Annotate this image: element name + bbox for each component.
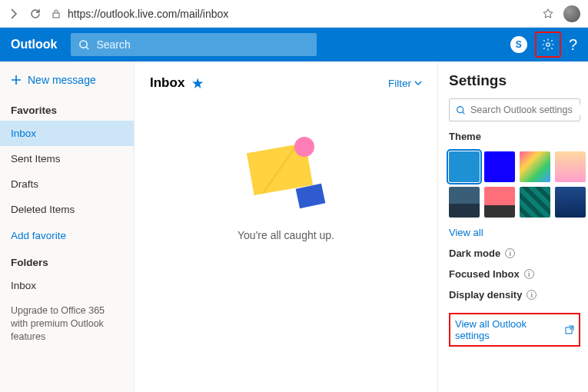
sidebar-folder-inbox[interactable]: Inbox: [0, 273, 134, 298]
profile-avatar[interactable]: [563, 5, 580, 22]
theme-grid: [449, 151, 580, 218]
favorite-star-icon[interactable]: [542, 8, 554, 20]
theme-swatch-3[interactable]: [555, 151, 586, 182]
search-box[interactable]: [71, 33, 317, 56]
theme-swatch-4[interactable]: [449, 187, 480, 218]
favorites-heading: Favorites: [0, 97, 134, 121]
focused-inbox-label: Focused Inbox i: [449, 268, 580, 280]
empty-state: You're all caught up.: [150, 137, 422, 241]
sidebar: New message Favorites Inbox Sent Items D…: [0, 61, 135, 392]
upgrade-promo[interactable]: Upgrade to Office 365 with premium Outlo…: [0, 298, 134, 350]
info-icon[interactable]: i: [527, 290, 537, 300]
theme-heading: Theme: [449, 131, 580, 142]
settings-pane: Settings Theme View all Dark mode i Focu…: [438, 61, 588, 392]
settings-button[interactable]: [535, 32, 561, 58]
display-density-label: Display density i: [449, 289, 580, 301]
settings-title: Settings: [449, 72, 580, 89]
svg-point-1: [80, 40, 87, 47]
svg-point-2: [546, 43, 550, 47]
theme-swatch-6[interactable]: [520, 187, 550, 218]
search-icon: [456, 105, 466, 115]
settings-search-box[interactable]: [449, 98, 580, 121]
gear-icon: [541, 38, 555, 51]
app-header: Outlook S ?: [0, 28, 588, 61]
sidebar-item-inbox[interactable]: Inbox: [0, 121, 134, 146]
message-list-pane: Inbox ★ Filter You're all caught up.: [135, 61, 438, 392]
search-input[interactable]: [96, 38, 309, 51]
new-message-label: New message: [28, 74, 96, 86]
brand-label: Outlook: [11, 38, 57, 51]
new-message-button[interactable]: New message: [0, 69, 134, 97]
svg-rect-0: [53, 13, 59, 18]
plus-icon: [11, 75, 22, 85]
filter-button[interactable]: Filter: [388, 78, 422, 89]
help-button[interactable]: ?: [569, 36, 577, 54]
popout-icon: [565, 325, 574, 334]
theme-swatch-5[interactable]: [484, 187, 515, 218]
filter-label: Filter: [388, 78, 411, 89]
add-favorite-link[interactable]: Add favorite: [0, 222, 134, 249]
folders-heading: Folders: [0, 249, 134, 273]
empty-text: You're all caught up.: [238, 229, 334, 241]
sidebar-item-drafts[interactable]: Drafts: [0, 171, 134, 197]
skype-icon[interactable]: S: [510, 36, 527, 53]
info-icon[interactable]: i: [524, 269, 534, 279]
svg-point-3: [457, 106, 463, 112]
chevron-down-icon: [414, 79, 422, 87]
empty-illustration: [244, 137, 328, 206]
folder-title: Inbox: [150, 75, 184, 91]
sidebar-item-sent[interactable]: Sent Items: [0, 146, 134, 171]
browser-toolbar: https://outlook.live.com/mail/inbox: [0, 0, 588, 28]
url-text: https://outlook.live.com/mail/inbox: [68, 8, 228, 20]
theme-swatch-7[interactable]: [555, 187, 586, 218]
view-all-settings-link[interactable]: View all Outlook settings: [449, 313, 580, 347]
settings-search-input[interactable]: [470, 105, 588, 115]
info-icon[interactable]: i: [505, 248, 515, 258]
address-bar[interactable]: https://outlook.live.com/mail/inbox: [51, 8, 533, 20]
search-icon: [78, 39, 90, 51]
theme-swatch-2[interactable]: [520, 151, 550, 182]
forward-icon[interactable]: [8, 8, 20, 20]
sidebar-item-deleted[interactable]: Deleted Items: [0, 197, 134, 222]
theme-swatch-1[interactable]: [484, 151, 515, 182]
view-all-themes-link[interactable]: View all: [449, 227, 580, 238]
theme-swatch-0[interactable]: [449, 151, 480, 182]
refresh-icon[interactable]: [29, 8, 42, 20]
lock-icon: [51, 8, 61, 19]
dark-mode-label: Dark mode i: [449, 247, 580, 259]
star-icon[interactable]: ★: [192, 76, 203, 91]
